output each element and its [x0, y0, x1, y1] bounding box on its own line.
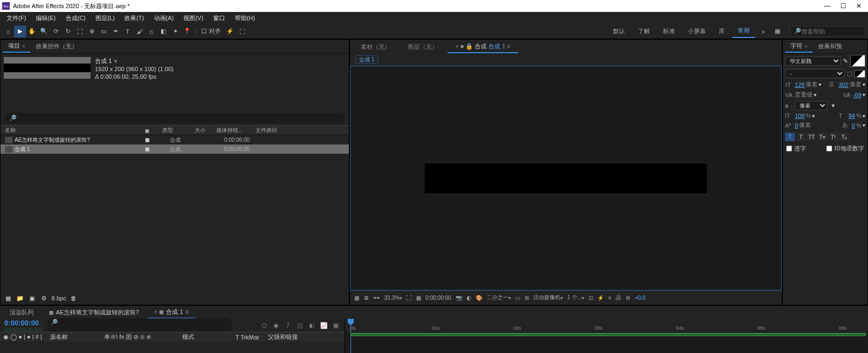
subscript-button[interactable]: T₁: [839, 133, 849, 141]
workspace-custom[interactable]: 常用: [732, 24, 755, 38]
character-tab[interactable]: 字符 ≡: [785, 40, 813, 53]
menu-file[interactable]: 文件(F): [2, 13, 30, 23]
comp-thumbnail[interactable]: [4, 57, 91, 79]
selection-tool[interactable]: ▶: [14, 26, 26, 37]
workspace-learn[interactable]: 了解: [633, 25, 655, 37]
swap-swatch[interactable]: [854, 70, 865, 78]
preview-area[interactable]: [350, 66, 782, 291]
reset-exposure-icon[interactable]: ⚙: [624, 293, 631, 302]
font-family-select[interactable]: 华文新魏: [785, 56, 841, 66]
camera-dropdown[interactable]: 活动摄像机: [532, 293, 564, 302]
views-dropdown[interactable]: 1 个...: [566, 293, 586, 302]
menu-edit[interactable]: 编辑(E): [31, 13, 60, 23]
font-style-select[interactable]: -: [785, 69, 845, 78]
channel-icon[interactable]: ◐: [465, 293, 473, 302]
search-help-box[interactable]: 🔎: [790, 26, 866, 36]
workspace-default[interactable]: 默认: [608, 25, 630, 37]
workspace-overflow[interactable]: »: [757, 26, 769, 37]
timeline-tab-other[interactable]: ◼ AE怎样将文字制成旋转的滚筒?: [42, 307, 145, 318]
timeline-search-input[interactable]: [50, 326, 228, 332]
col-label[interactable]: ◼: [145, 128, 162, 134]
resolution-dropdown[interactable]: 二分之一: [486, 293, 512, 302]
roto-tool[interactable]: ✦: [169, 26, 181, 37]
superscript-button[interactable]: T¹: [828, 133, 838, 141]
snapshot-icon[interactable]: 📷: [455, 293, 463, 302]
time-ruler[interactable]: 0s 01s 02s 03s 04s 05s 06s: [345, 319, 868, 332]
type-tool[interactable]: T: [122, 26, 133, 37]
timeline-tab-active[interactable]: × ◼ 合成 1 ≡: [148, 306, 195, 319]
project-search-input[interactable]: [17, 115, 340, 122]
workspace-libraries[interactable]: 库: [713, 25, 730, 37]
project-row[interactable]: 合成 1 ◼ 合成 0:00:06:00: [1, 144, 349, 154]
parent-col[interactable]: 父级和链接: [268, 333, 322, 341]
hand-tool[interactable]: ✋: [26, 26, 38, 37]
monitor-icon[interactable]: 🖥: [362, 293, 370, 302]
col-duration[interactable]: 媒体持续...: [216, 127, 256, 134]
allcaps-button[interactable]: TT: [807, 133, 816, 141]
misc-tool-2[interactable]: ⛶: [236, 26, 248, 37]
orbit-tool[interactable]: ⟳: [50, 26, 62, 37]
motionblur-icon[interactable]: ◐: [308, 321, 316, 330]
zoom-tool[interactable]: 🔍: [38, 26, 50, 37]
draft3d-icon[interactable]: ◉: [272, 321, 280, 330]
home-button[interactable]: ⌂: [2, 26, 14, 37]
roi-icon[interactable]: ▭: [514, 293, 521, 302]
rotate-tool[interactable]: ↻: [62, 26, 74, 37]
ligatures-checkbox[interactable]: 连字: [783, 143, 809, 154]
brain-icon[interactable]: ▦: [331, 321, 340, 330]
trash-icon[interactable]: 🗑: [69, 294, 78, 302]
pixel-aspect-icon[interactable]: ⊡: [588, 293, 594, 302]
workspace-grid-icon[interactable]: ▦: [771, 26, 783, 37]
timeline-search[interactable]: 🔎: [47, 318, 232, 333]
pan-behind-tool[interactable]: ⊕: [86, 26, 98, 37]
pen-tool[interactable]: ✒: [110, 26, 122, 37]
grid-icon[interactable]: ⊞: [524, 293, 530, 302]
minimize-button[interactable]: —: [824, 2, 831, 10]
leading-value[interactable]: 302: [839, 81, 848, 88]
mask-icon[interactable]: 👓: [372, 293, 381, 302]
fill-stroke-swatch[interactable]: [850, 55, 865, 67]
eyedropper-icon[interactable]: ✎: [843, 58, 848, 65]
project-row[interactable]: AE怎样将文字制成旋转的滚筒? ◼ 合成 0:00:06:00: [1, 135, 349, 144]
flowchart-icon[interactable]: 品: [615, 293, 622, 302]
tracking-value[interactable]: -69: [853, 92, 861, 98]
menu-effect[interactable]: 效果(T): [120, 13, 148, 23]
comp-mini-flowchart-icon[interactable]: ⬡: [260, 321, 269, 330]
workspace-smallscreen[interactable]: 小屏幕: [682, 25, 711, 37]
menu-layer[interactable]: 图层(L): [91, 13, 119, 23]
brush-tool[interactable]: 🖌: [133, 26, 145, 37]
camera-tool[interactable]: ⛶: [74, 26, 86, 37]
search-help-input[interactable]: [801, 28, 856, 35]
comp-name[interactable]: 合成 1: [95, 57, 174, 65]
full-res-icon[interactable]: ⛶: [405, 293, 413, 302]
clone-tool[interactable]: ⎌: [145, 26, 157, 37]
stroke-unit-select[interactable]: 像素: [795, 101, 827, 110]
menu-view[interactable]: 视图(V): [179, 13, 208, 23]
col-path[interactable]: 文件路径: [256, 127, 310, 134]
interpret-footage-icon[interactable]: ▦: [4, 294, 12, 302]
effects-presets-tab[interactable]: 效果和预: [813, 41, 847, 52]
misc-tool-1[interactable]: ⚡: [224, 26, 236, 37]
trkmat-col[interactable]: T TrkMat: [235, 334, 268, 341]
transparency-grid-icon[interactable]: ▦: [415, 293, 422, 302]
smallcaps-button[interactable]: Tᴛ: [818, 133, 827, 141]
eraser-tool[interactable]: ◧: [157, 26, 169, 37]
always-preview-icon[interactable]: ▦: [353, 293, 360, 302]
color-mgmt-icon[interactable]: 🎨: [475, 293, 483, 302]
hscale-value[interactable]: 94: [848, 112, 855, 119]
project-settings-icon[interactable]: ⚙: [40, 294, 48, 302]
source-name-col[interactable]: 源名称: [50, 333, 104, 341]
graph-editor-icon[interactable]: 📈: [320, 321, 328, 330]
shy-icon[interactable]: ⤴: [284, 321, 292, 330]
current-time[interactable]: 0:00:00:00: [4, 319, 43, 327]
flowchart-comp[interactable]: 合成 1: [355, 55, 378, 64]
footage-tab[interactable]: 素材（无）: [353, 41, 398, 53]
faux-italic-button[interactable]: T: [796, 133, 806, 141]
menu-animation[interactable]: 动画(A): [150, 13, 178, 23]
render-queue-tab[interactable]: 渲染队列: [3, 307, 40, 318]
col-size[interactable]: 大小: [195, 127, 216, 134]
workspace-standard[interactable]: 标准: [658, 25, 680, 37]
puppet-tool[interactable]: 📍: [181, 26, 193, 37]
snap-toggle[interactable]: 口 对齐: [198, 26, 224, 37]
col-name[interactable]: 名称: [5, 127, 145, 134]
